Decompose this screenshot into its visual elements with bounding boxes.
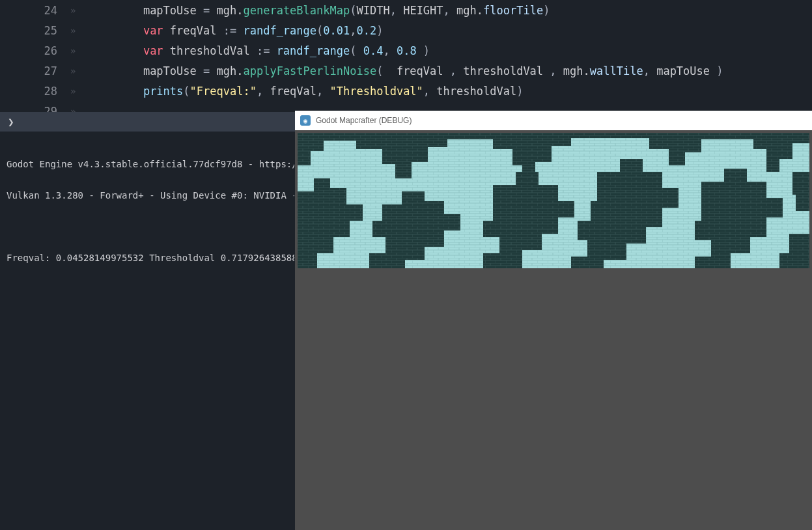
line-number: 27 <box>0 64 70 77</box>
godot-icon: ◉ <box>300 115 311 126</box>
output-line: Godot Engine v4.3.stable.official.77dcf9… <box>7 159 288 169</box>
line-number: 25 <box>0 24 70 37</box>
line-number: 29 <box>0 105 70 113</box>
code-content[interactable]: var thresholdVal := randf_range( 0.4, 0.… <box>90 44 430 57</box>
fold-marker-icon[interactable]: » <box>70 25 90 36</box>
game-empty-area <box>295 268 812 530</box>
output-line <box>7 221 288 232</box>
fold-marker-icon[interactable]: » <box>70 5 90 16</box>
game-window[interactable]: ◉ Godot Mapcrafter (DEBUG) <box>295 111 812 530</box>
code-content[interactable]: prints("Freqval:", freqVal, "Thresholdva… <box>90 85 523 98</box>
window-title: Godot Mapcrafter (DEBUG) <box>316 116 412 125</box>
code-line[interactable]: 25» var freqVal := randf_range(0.01,0.2) <box>0 20 812 40</box>
fold-marker-icon[interactable]: » <box>70 86 90 96</box>
code-content[interactable]: mapToUse = mgh.applyFastPerlinNoise( fre… <box>90 64 723 77</box>
code-content[interactable]: mapToUse = mgh.generateBlankMap(WIDTH, H… <box>90 4 550 17</box>
line-number: 26 <box>0 44 70 57</box>
code-line[interactable]: 24» mapToUse = mgh.generateBlankMap(WIDT… <box>0 0 812 20</box>
window-titlebar[interactable]: ◉ Godot Mapcrafter (DEBUG) <box>295 111 812 130</box>
perlin-noise-map <box>298 133 809 268</box>
fold-marker-icon[interactable]: » <box>70 106 90 113</box>
output-line: Vulkan 1.3.280 - Forward+ - Using Device… <box>7 190 288 201</box>
code-line[interactable]: 26» var thresholdVal := randf_range( 0.4… <box>0 40 812 61</box>
line-number: 24 <box>0 4 70 17</box>
fold-marker-icon[interactable]: » <box>70 66 90 76</box>
code-line[interactable]: 28» prints("Freqval:", freqVal, "Thresho… <box>0 81 812 101</box>
output-line: Freqval: 0.04528149975532 Thresholdval 0… <box>7 253 288 263</box>
code-editor[interactable]: 24» mapToUse = mgh.generateBlankMap(WIDT… <box>0 0 812 112</box>
code-line[interactable]: 27» mapToUse = mgh.applyFastPerlinNoise(… <box>0 61 812 81</box>
prompt-caret-icon: ❯ <box>8 116 14 128</box>
fold-marker-icon[interactable]: » <box>70 46 90 56</box>
code-content[interactable]: var freqVal := randf_range(0.01,0.2) <box>90 24 383 37</box>
game-canvas <box>298 133 809 268</box>
output-panel[interactable]: Godot Engine v4.3.stable.official.77dcf9… <box>0 132 294 530</box>
line-number: 28 <box>0 85 70 98</box>
